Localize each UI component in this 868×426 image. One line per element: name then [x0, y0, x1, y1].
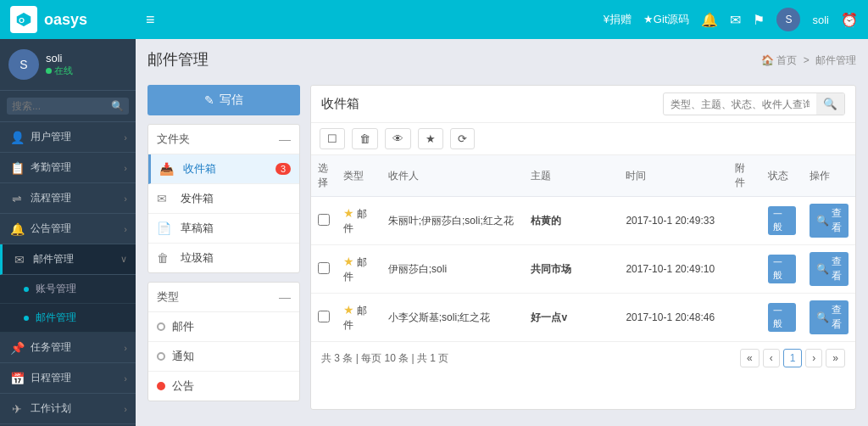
- hamburger-menu[interactable]: ≡: [146, 11, 155, 29]
- select-all-button[interactable]: ☐: [320, 128, 345, 149]
- breadcrumb: 🏠 首页 > 邮件管理: [761, 53, 856, 68]
- user-name[interactable]: soli: [812, 14, 829, 26]
- arrow-icon: ›: [124, 163, 127, 173]
- mail-table: 选择 类型 收件人 主题 时间 附件 状态 操作: [311, 155, 855, 341]
- search-input[interactable]: [12, 100, 111, 112]
- search-icon: 🔍: [816, 263, 829, 275]
- row-checkbox[interactable]: [318, 311, 330, 322]
- arrow-icon: ›: [124, 132, 127, 143]
- task-icon: 📌: [8, 341, 25, 355]
- delete-button[interactable]: 🗑: [352, 128, 378, 149]
- mail-search-button[interactable]: 🔍: [816, 93, 844, 115]
- compose-button[interactable]: ✎ 写信: [147, 85, 300, 115]
- search-icon[interactable]: 🔍: [111, 100, 124, 112]
- content-inner: ✎ 写信 文件夹 — 📥 收件箱 3 ✉ 发: [147, 85, 856, 410]
- folder-inbox[interactable]: 📥 收件箱 3: [148, 154, 299, 184]
- sidebar-item-workplan[interactable]: ✈ 工作计划 ›: [0, 394, 136, 424]
- sidebar-menu: 👤 用户管理 › 📋 考勤管理 › ⇌ 流程管理 › 🔔 公告管理 › ✉: [0, 122, 136, 426]
- sidebar-item-task[interactable]: 📌 任务管理 ›: [0, 333, 136, 363]
- row-checkbox[interactable]: [318, 262, 330, 274]
- mailbox-title: 收件箱: [321, 96, 359, 112]
- row-action-cell[interactable]: 🔍查看: [803, 245, 855, 294]
- col-to: 收件人: [381, 155, 525, 197]
- row-status-cell: 一般: [761, 197, 803, 245]
- type-mail[interactable]: 邮件: [148, 312, 299, 342]
- sidebar-sub-mail[interactable]: 邮件管理: [0, 304, 136, 333]
- arrow-icon: ›: [124, 193, 127, 204]
- flag-icon[interactable]: ⚑: [753, 12, 765, 28]
- sent-icon: ✉: [157, 192, 174, 205]
- refresh-button[interactable]: ⟳: [450, 128, 475, 149]
- page-last-button[interactable]: »: [826, 349, 845, 367]
- folder-trash[interactable]: 🗑 垃圾箱: [148, 244, 299, 272]
- view-button[interactable]: 🔍查看: [810, 252, 849, 286]
- sub-dot-icon: [24, 316, 29, 321]
- schedule-icon: 📅: [8, 372, 25, 385]
- arrow-icon: ∨: [120, 254, 127, 265]
- user-status: 在线: [46, 64, 73, 77]
- page-next-button[interactable]: ›: [805, 349, 822, 367]
- folders-toggle[interactable]: —: [279, 132, 291, 146]
- page-first-button[interactable]: «: [740, 349, 760, 367]
- type-announce[interactable]: 公告: [148, 372, 299, 401]
- user-avatar[interactable]: S: [776, 8, 800, 31]
- app-name: oasys: [44, 11, 87, 29]
- git-link[interactable]: ★Git源码: [643, 12, 690, 27]
- sidebar-item-notice[interactable]: 🔔 公告管理 ›: [0, 214, 136, 244]
- mail-search-input[interactable]: [664, 95, 816, 114]
- sidebar-search-area: 🔍: [0, 91, 136, 122]
- row-action-cell[interactable]: 🔍查看: [803, 197, 855, 245]
- bell-icon[interactable]: 🔔: [701, 12, 718, 28]
- col-select: 选择: [311, 155, 337, 197]
- col-attach: 附件: [728, 155, 761, 197]
- sidebar-item-user-mgmt[interactable]: 👤 用户管理 ›: [0, 122, 136, 153]
- star-icon[interactable]: ★: [343, 206, 354, 220]
- sidebar: S soli 在线 🔍 👤 用户管理 › 📋 考: [0, 39, 136, 426]
- sidebar-item-label: 流程管理: [31, 191, 124, 205]
- view-button[interactable]: 🔍查看: [810, 204, 849, 238]
- row-attach-cell: [728, 294, 761, 342]
- donate-link[interactable]: ¥捐赠: [604, 12, 632, 27]
- type-dot-gray: [157, 322, 165, 331]
- star-icon[interactable]: ★: [343, 303, 354, 317]
- row-type-cell: ★ 邮件: [337, 197, 381, 245]
- table-row: ★ 邮件 伊丽莎白;soli 共同市场 2017-10-1 20:49:10 一…: [311, 245, 855, 294]
- row-action-cell[interactable]: 🔍查看: [803, 294, 855, 342]
- folder-sent[interactable]: ✉ 发件箱: [148, 184, 299, 214]
- types-toggle[interactable]: —: [279, 290, 291, 304]
- sidebar-sub-account[interactable]: 账号管理: [0, 275, 136, 304]
- row-attach-cell: [728, 197, 761, 245]
- sidebar-item-schedule[interactable]: 📅 日程管理 ›: [0, 363, 136, 394]
- row-checkbox-cell[interactable]: [311, 245, 337, 294]
- row-subject-cell: 枯黄的: [524, 197, 619, 245]
- folder-draft[interactable]: 📄 草稿箱: [148, 214, 299, 244]
- type-dot-gray2: [157, 352, 165, 361]
- page-prev-button[interactable]: ‹: [763, 349, 780, 367]
- type-notify[interactable]: 通知: [148, 342, 299, 372]
- types-header: 类型 —: [148, 283, 299, 312]
- arrow-icon: ›: [124, 343, 127, 353]
- star-button[interactable]: ★: [418, 128, 443, 149]
- sidebar-item-label: 工作计划: [31, 401, 124, 416]
- sidebar-item-attendance[interactable]: 📋 考勤管理 ›: [0, 153, 136, 183]
- status-badge: 一般: [768, 303, 796, 332]
- user-info: soli 在线: [46, 52, 73, 77]
- clock-icon[interactable]: ⏰: [841, 12, 858, 28]
- row-type-cell: ★ 邮件: [337, 294, 381, 342]
- workplan-icon: ✈: [8, 402, 25, 416]
- sidebar-item-mail[interactable]: ✉ 邮件管理 ∨: [0, 244, 136, 275]
- sidebar-username: soli: [46, 52, 73, 64]
- row-status-cell: 一般: [761, 294, 803, 342]
- read-button[interactable]: 👁: [385, 128, 411, 149]
- row-checkbox[interactable]: [318, 214, 330, 226]
- view-button[interactable]: 🔍查看: [810, 300, 849, 334]
- row-checkbox-cell[interactable]: [311, 294, 337, 342]
- main-layout: S soli 在线 🔍 👤 用户管理 › 📋 考: [0, 39, 868, 426]
- col-type: 类型: [337, 155, 381, 197]
- col-action: 操作: [803, 155, 855, 197]
- star-icon[interactable]: ★: [343, 255, 354, 268]
- home-icon: 🏠: [761, 54, 774, 66]
- row-checkbox-cell[interactable]: [311, 197, 337, 245]
- sidebar-item-flow[interactable]: ⇌ 流程管理 ›: [0, 183, 136, 214]
- mail-icon[interactable]: ✉: [730, 12, 741, 28]
